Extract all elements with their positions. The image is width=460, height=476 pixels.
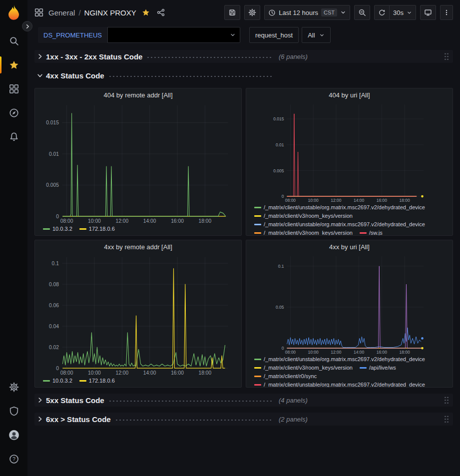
legend-label: /_matrix/client/v3/room_keys/version — [264, 364, 353, 372]
legend-label: 172.18.0.6 — [89, 225, 115, 233]
row-panel-count: (6 panels) — [279, 53, 308, 60]
row-drag-handle[interactable] — [444, 52, 449, 60]
panel-404-by-uri: 404 by uri [All] 08:0010:0012:0014:0016:… — [246, 88, 453, 236]
time-range-picker[interactable]: Last 12 hours CST — [264, 5, 350, 20]
gear-icon — [9, 382, 19, 392]
chart-404-by-remote-addr[interactable]: 08:0010:0012:0014:0016:0018:0000.0050.01… — [37, 101, 239, 225]
sidebar-item-help[interactable]: ? — [0, 447, 27, 471]
sidebar-item-explore[interactable] — [0, 101, 27, 125]
request-host-select[interactable]: All — [302, 27, 330, 43]
chart-4xx-by-uri[interactable]: 08:0010:0012:0014:0016:0018:0000.050.1 — [248, 253, 451, 355]
favorite-star-button[interactable] — [140, 7, 151, 18]
datasource-label[interactable]: DS_PROMETHEUS — [38, 27, 107, 43]
sidebar-item-search[interactable] — [0, 29, 27, 53]
time-range-label: Last 12 hours — [279, 9, 318, 16]
svg-text:14:00: 14:00 — [354, 198, 365, 203]
row-title: 5xx Status Code — [46, 396, 104, 405]
svg-text:10:00: 10:00 — [88, 218, 101, 224]
sidebar-item-dashboards[interactable] — [0, 77, 27, 101]
sidebar: ? — [0, 0, 27, 476]
grafana-logo[interactable] — [5, 4, 23, 22]
more-options-button[interactable] — [440, 5, 453, 20]
svg-text:12:00: 12:00 — [115, 218, 128, 224]
svg-text:16:00: 16:00 — [171, 370, 184, 376]
panel-title[interactable]: 404 by uri [All] — [246, 88, 453, 101]
legend-item[interactable]: /_matrix/client/v3/room_keys/version — [254, 364, 353, 372]
refresh-button[interactable] — [374, 5, 390, 20]
svg-text:10:00: 10:00 — [88, 370, 101, 376]
breadcrumb-folder[interactable]: General — [48, 8, 75, 17]
panel-4xx-by-uri: 4xx by uri [All] 08:0010:0012:0014:0016:… — [246, 240, 453, 388]
legend-item[interactable]: /_matrix/client/unstable/org.matrix.msc2… — [254, 203, 425, 212]
share-icon — [157, 8, 165, 16]
legend: 10.0.3.2172.18.0.6 — [35, 225, 241, 235]
chevron-down-icon — [230, 32, 236, 38]
legend-item[interactable]: /_matrix/client/v3/room_keys/version — [254, 212, 353, 220]
chart-404-by-uri[interactable]: 08:0010:0012:0014:0016:0018:0000.0050.01… — [248, 101, 451, 203]
sidebar-item-profile[interactable] — [0, 423, 27, 447]
sidebar-item-server-admin[interactable] — [0, 399, 27, 423]
svg-text:0: 0 — [56, 214, 59, 219]
panel-body: 08:0010:0012:0014:0016:0018:0000.020.040… — [35, 253, 241, 377]
chevron-right-icon — [36, 416, 43, 423]
request-host-label[interactable]: request_host — [249, 27, 299, 43]
panel-title[interactable]: 4xx by remote addr [All] — [35, 240, 241, 253]
dashboard-settings-button[interactable] — [244, 5, 260, 20]
legend: /_matrix/client/unstable/org.matrix.msc2… — [246, 203, 453, 235]
legend-item[interactable]: /_matrix/client/unstable/org.matrix.msc2… — [254, 355, 425, 364]
legend-item[interactable]: /_matrix/client/v3/room_keys/version — [254, 229, 353, 235]
row-dots — [108, 75, 273, 77]
row-title: 6xx > Status Code — [46, 415, 111, 424]
legend-swatch — [254, 207, 261, 208]
legend-item[interactable]: /_matrix/client/r0/sync — [254, 372, 317, 381]
gear-icon — [248, 8, 256, 16]
legend-swatch — [43, 228, 50, 230]
bell-icon — [9, 132, 19, 142]
sidebar-item-configuration[interactable] — [0, 375, 27, 399]
search-icon — [9, 36, 19, 46]
legend-item[interactable]: 172.18.0.6 — [79, 225, 115, 233]
sidebar-bottom-nav: ? — [0, 375, 27, 471]
refresh-interval-picker[interactable]: 30s — [390, 5, 416, 20]
legend-item[interactable]: /_matrix/client/unstable/org.matrix.msc2… — [254, 220, 425, 229]
datasource-select[interactable] — [107, 27, 240, 43]
legend-item[interactable]: 10.0.3.2 — [43, 377, 72, 385]
sidebar-expand-button[interactable] — [22, 21, 32, 31]
save-dashboard-button[interactable] — [224, 5, 240, 20]
legend-item[interactable]: 10.0.3.2 — [43, 225, 72, 233]
dashboard-row-1xx-3xx-2xx[interactable]: 1xx - 3xx - 2xx Status Code (6 panels) — [34, 50, 453, 63]
legend-item[interactable]: /_matrix/client/unstable/org.matrix.msc2… — [254, 381, 425, 387]
chevron-down-icon — [36, 72, 43, 79]
row-dots — [146, 56, 273, 58]
svg-text:12:00: 12:00 — [331, 198, 342, 203]
sidebar-item-starred[interactable] — [0, 53, 27, 77]
chevron-down-icon — [340, 9, 346, 15]
svg-text:12:00: 12:00 — [115, 370, 128, 376]
dashboard-row-4xx[interactable]: 4xx Status Code — [34, 69, 453, 82]
legend: /_matrix/client/unstable/org.matrix.msc2… — [246, 355, 453, 387]
svg-text:0.015: 0.015 — [46, 120, 59, 125]
legend-label: /_matrix/client/unstable/org.matrix.msc2… — [264, 355, 425, 364]
legend-label: 172.18.0.6 — [89, 377, 115, 385]
chart-4xx-by-remote-addr[interactable]: 08:0010:0012:0014:0016:0018:0000.020.040… — [37, 253, 239, 377]
compass-icon — [9, 108, 19, 118]
dashboard-row-6xx[interactable]: 6xx > Status Code (2 panels) — [34, 413, 453, 426]
main-area: General / NGINX PROXY Last 12 hours — [27, 0, 460, 476]
dashboard-title[interactable]: NGINX PROXY — [84, 8, 136, 17]
share-button[interactable] — [155, 7, 166, 18]
legend-item[interactable]: /sw.js — [360, 229, 383, 235]
zoom-out-button[interactable] — [354, 5, 370, 20]
svg-text:18:00: 18:00 — [199, 218, 212, 224]
panel-title[interactable]: 404 by remote addr [All] — [35, 88, 241, 101]
sidebar-item-alerting[interactable] — [0, 125, 27, 149]
chevron-right-icon — [36, 397, 43, 404]
row-drag-handle[interactable] — [444, 396, 449, 404]
dashboard-row-5xx[interactable]: 5xx Status Code (4 panels) — [34, 394, 453, 407]
panel-title[interactable]: 4xx by uri [All] — [246, 240, 453, 253]
legend-item[interactable]: /api/live/ws — [360, 364, 396, 372]
svg-text:14:00: 14:00 — [143, 218, 156, 224]
row-drag-handle[interactable] — [444, 415, 449, 423]
svg-text:0.015: 0.015 — [273, 116, 284, 121]
legend-item[interactable]: 172.18.0.6 — [79, 377, 115, 385]
tv-mode-button[interactable] — [420, 5, 436, 20]
